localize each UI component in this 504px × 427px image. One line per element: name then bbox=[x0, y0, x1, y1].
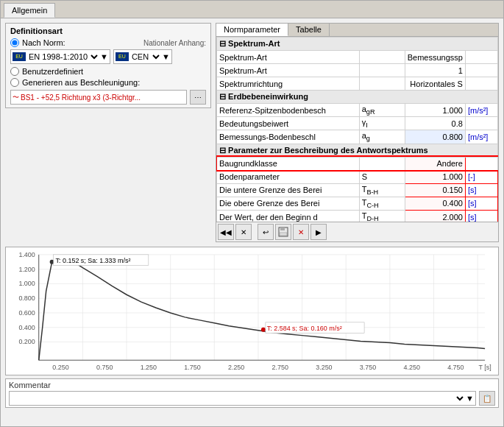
section-header-spektrum: ⊟ Spektrum-Art bbox=[217, 38, 498, 51]
norm-select[interactable]: EN 1998-1:2010 bbox=[26, 52, 100, 62]
row-symbol: TD-H bbox=[359, 210, 405, 222]
accel-input-field[interactable]: 〜 BS1 - +52,5 Richtung x3 (3-Richtgr... bbox=[10, 90, 187, 105]
table-row: Bodenparameter S 1.000 [-] bbox=[217, 170, 498, 183]
row-label: Bemessungs-Bodenbeschl bbox=[217, 130, 360, 144]
nach-norm-radio[interactable] bbox=[10, 38, 19, 47]
row-value: 1 bbox=[405, 64, 465, 77]
row-unit: [-] bbox=[465, 170, 497, 183]
comment-icon: 📋 bbox=[483, 395, 491, 403]
comment-chevron-icon: ▼ bbox=[466, 394, 474, 403]
row-unit bbox=[465, 51, 497, 64]
row-value: 0.800 bbox=[405, 130, 465, 144]
national-dropdown[interactable]: EU CEN ▼ bbox=[113, 49, 172, 64]
section-erdbeben: ⊟ Erdbebeneinwirkung bbox=[217, 91, 498, 104]
tooltip2-marker bbox=[261, 328, 266, 332]
svg-text:4.750: 4.750 bbox=[447, 364, 464, 371]
row-label: Spektrum-Art bbox=[217, 51, 360, 64]
table-row: Die untere Grenze des Berei TB-H 0.150 [… bbox=[217, 183, 498, 197]
row-value: 2.000 bbox=[405, 210, 465, 222]
row-label: Der Wert, der den Beginn d bbox=[217, 210, 360, 222]
svg-text:2.750: 2.750 bbox=[272, 364, 288, 371]
wave-icon: 〜 bbox=[13, 93, 19, 102]
spectrum-curve bbox=[39, 262, 485, 360]
tab-allgemein[interactable]: Allgemein bbox=[4, 3, 55, 18]
comment-input-field[interactable]: ▼ bbox=[9, 391, 476, 406]
svg-text:1.750: 1.750 bbox=[184, 364, 200, 371]
row-symbol: agR bbox=[359, 104, 405, 117]
toolbar-first-button[interactable]: ◀◀ bbox=[218, 224, 234, 240]
svg-text:0.750: 0.750 bbox=[96, 364, 113, 371]
svg-rect-1 bbox=[280, 227, 285, 230]
row-label: Spektrumrichtung bbox=[217, 77, 360, 91]
row-symbol bbox=[359, 51, 405, 64]
row-label: Bedeutungsbeiwert bbox=[217, 117, 360, 130]
row-value: 1.000 bbox=[405, 170, 465, 183]
row-unit: [s] bbox=[465, 197, 497, 210]
tooltip1-text: T: 0.152 s; Sa: 1.333 m/s² bbox=[56, 257, 131, 264]
row-symbol bbox=[359, 64, 405, 77]
table-row: Der Wert, der den Beginn d TD-H 2.000 [s… bbox=[217, 210, 498, 222]
params-data-table: ⊟ Spektrum-Art Spektrum-Art Bemessungssp… bbox=[216, 37, 498, 222]
param-tab-bar: Normparameter Tabelle bbox=[216, 24, 498, 37]
table-row: Spektrum-Art 1 bbox=[217, 64, 498, 77]
table-row: Bemessungs-Bodenbeschl ag 0.800 [m/s²] bbox=[217, 130, 498, 144]
accel-value: BS1 - +52,5 Richtung x3 (3-Richtgr... bbox=[21, 93, 141, 102]
toolbar-export-button[interactable]: ✕ bbox=[293, 224, 309, 240]
svg-text:0.800: 0.800 bbox=[18, 294, 35, 302]
svg-text:0.200: 0.200 bbox=[18, 339, 35, 346]
table-row: Spektrumrichtung Horizontales S bbox=[217, 77, 498, 91]
section-header-erdbeben: ⊟ Erdbebeneinwirkung bbox=[217, 91, 498, 104]
comment-input-row: ▼ 📋 bbox=[9, 391, 495, 406]
table-row: Referenz-Spitzenbodenbesch agR 1.000 [m/… bbox=[217, 104, 498, 117]
group-title: Definitionsart bbox=[10, 27, 206, 35]
section-spektrum-art: ⊟ Spektrum-Art bbox=[217, 38, 498, 51]
toolbar-undo-button[interactable]: ↩ bbox=[258, 224, 274, 240]
accel-input-row: 〜 BS1 - +52,5 Richtung x3 (3-Richtgr... … bbox=[10, 90, 206, 105]
row-label: Bodenparameter bbox=[217, 170, 360, 183]
row-unit: [m/s²] bbox=[465, 130, 497, 144]
row-label: Spektrum-Art bbox=[217, 64, 360, 77]
accel-browse-button[interactable]: ⋯ bbox=[190, 90, 206, 105]
svg-text:1.400: 1.400 bbox=[18, 251, 35, 258]
nach-norm-row: Nach Norm: Nationaler Anhang: bbox=[10, 38, 206, 47]
national-select[interactable]: CEN bbox=[129, 52, 162, 62]
tooltip2-text: T: 2.584 s; Sa: 0.160 m/s² bbox=[267, 325, 342, 332]
right-panel: Normparameter Tabelle ⊟ Spektrum-Art Spe… bbox=[216, 23, 499, 242]
table-row: Die obere Grenze des Berei TC-H 0.400 [s… bbox=[217, 197, 498, 210]
row-symbol: S bbox=[359, 170, 405, 183]
comment-select[interactable] bbox=[11, 393, 466, 403]
svg-text:3.250: 3.250 bbox=[316, 364, 332, 371]
row-unit bbox=[465, 157, 497, 170]
svg-text:0.250: 0.250 bbox=[52, 364, 68, 371]
toolbar-next-button[interactable]: ▶ bbox=[310, 224, 327, 240]
comment-area: Kommentar ▼ 📋 bbox=[5, 378, 499, 408]
row-label: Die obere Grenze des Berei bbox=[217, 197, 360, 210]
table-toolbar: ◀◀ ✕ ↩ ✕ ▶ bbox=[216, 222, 498, 241]
toolbar-delete-button[interactable]: ✕ bbox=[235, 224, 252, 240]
row-value: 0.8 bbox=[405, 117, 465, 130]
content-area: Definitionsart Nach Norm: Nationaler Anh… bbox=[1, 18, 503, 247]
tab-normparameter[interactable]: Normparameter bbox=[216, 24, 288, 36]
section-parameter: ⊟ Parameter zur Beschreibung des Antwort… bbox=[217, 144, 498, 157]
definitions-group: Definitionsart Nach Norm: Nationaler Anh… bbox=[5, 23, 211, 108]
comment-action-button[interactable]: 📋 bbox=[479, 391, 495, 406]
chart-area: Sa [m/s²] bbox=[5, 247, 499, 375]
norm-dropdown[interactable]: EU EN 1998-1:2010 ▼ bbox=[10, 49, 110, 64]
national-chevron-icon: ▼ bbox=[162, 52, 170, 61]
benutzerdefiniert-radio[interactable] bbox=[10, 67, 19, 76]
left-panel: Definitionsart Nach Norm: Nationaler Anh… bbox=[5, 23, 211, 242]
svg-text:T [s]: T [s] bbox=[479, 364, 491, 371]
cen-flag-icon: EU bbox=[116, 52, 129, 61]
svg-text:0.600: 0.600 bbox=[18, 309, 35, 317]
toolbar-save-button[interactable] bbox=[275, 224, 291, 240]
row-value: Horizontales S bbox=[405, 77, 465, 91]
svg-text:1.200: 1.200 bbox=[18, 266, 35, 273]
generieren-radio[interactable] bbox=[10, 78, 19, 87]
param-table: ⊟ Spektrum-Art Spektrum-Art Bemessungssp… bbox=[216, 37, 498, 222]
save-icon bbox=[278, 227, 288, 237]
tab-tabelle[interactable]: Tabelle bbox=[288, 24, 330, 36]
row-symbol: TC-H bbox=[359, 197, 405, 210]
table-row: Baugrundklasse Andere bbox=[217, 157, 498, 170]
row-symbol bbox=[359, 157, 405, 170]
row-unit: [s] bbox=[465, 183, 497, 197]
